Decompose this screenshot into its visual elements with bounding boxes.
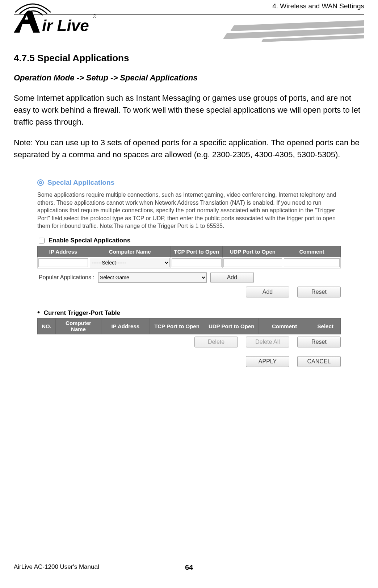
th-no: NO. bbox=[38, 318, 56, 334]
section-heading: 4.7.5 Special Applications bbox=[14, 53, 364, 64]
section-paragraph: Some Internet application such as Instan… bbox=[14, 92, 364, 128]
panel-title: Special Applications bbox=[47, 179, 114, 187]
th-comment: Comment bbox=[283, 246, 340, 257]
ui-screenshot-panel: Special Applications Some applications r… bbox=[37, 179, 341, 367]
panel-description: Some applications require multiple conne… bbox=[37, 191, 341, 230]
tcp-input[interactable] bbox=[172, 258, 221, 267]
target-icon bbox=[37, 179, 44, 186]
udp-input[interactable] bbox=[223, 258, 282, 267]
popular-select[interactable]: Select Game bbox=[98, 272, 207, 283]
ip-input[interactable] bbox=[38, 258, 88, 267]
popular-apps-row: Popular Applications : Select Game Add bbox=[37, 272, 341, 283]
computer-select[interactable]: ------Select------ bbox=[90, 258, 170, 267]
trigger-button-row: Delete Delete All Reset bbox=[37, 337, 341, 347]
add-reset-row: Add Reset bbox=[37, 287, 341, 297]
enable-checkbox-row: Enable Special Applications bbox=[37, 237, 341, 245]
apply-cancel-row: APPLY CANCEL bbox=[37, 356, 341, 367]
chapter-title: 4. Wireless and WAN Settings bbox=[272, 2, 364, 10]
th-computer: Computer Name bbox=[89, 246, 171, 257]
add-button[interactable]: Add bbox=[246, 287, 289, 297]
airlive-logo: ir Live ® bbox=[7, 0, 98, 38]
comment-input[interactable] bbox=[284, 258, 340, 267]
enable-label: Enable Special Applications bbox=[49, 237, 130, 244]
page-content: 4.7.5 Special Applications Operation Mod… bbox=[14, 40, 364, 367]
footer-spacer bbox=[362, 563, 364, 571]
th-udp: UDP Port to Open bbox=[222, 246, 283, 257]
svg-text:ir Live: ir Live bbox=[42, 17, 89, 34]
bullet-icon: • bbox=[37, 308, 40, 316]
popular-add-button[interactable]: Add bbox=[210, 272, 254, 283]
delete-button[interactable]: Delete bbox=[194, 337, 238, 347]
page-footer: AirLive AC-1200 User's Manual 64 bbox=[14, 561, 364, 571]
page-number: 64 bbox=[185, 563, 193, 572]
svg-text:®: ® bbox=[93, 13, 97, 19]
panel-title-row: Special Applications bbox=[37, 179, 341, 187]
apply-button[interactable]: APPLY bbox=[246, 356, 289, 367]
navigation-path: Operation Mode -> Setup -> Special Appli… bbox=[14, 73, 364, 83]
trigger-table-heading: • Current Trigger-Port Table bbox=[37, 308, 341, 317]
delete-all-button[interactable]: Delete All bbox=[246, 337, 289, 347]
section-note: Note: You can use up to 3 sets of opened… bbox=[14, 137, 364, 160]
th-tcp: TCP Port to Open bbox=[171, 246, 222, 257]
trigger-title: Current Trigger-Port Table bbox=[44, 309, 120, 316]
enable-checkbox[interactable] bbox=[39, 238, 45, 243]
special-apps-table: IP Address Computer Name TCP Port to Ope… bbox=[37, 246, 341, 268]
th-ip: IP Address bbox=[38, 246, 89, 257]
th-tudp: UDP Port to Open bbox=[204, 318, 259, 334]
header-swoosh-decoration bbox=[209, 20, 364, 38]
th-ttcp: TCP Port to Open bbox=[150, 318, 204, 334]
footer-manual: AirLive AC-1200 User's Manual bbox=[14, 563, 99, 571]
page-header: 4. Wireless and WAN Settings ir Live ® bbox=[14, 0, 364, 40]
th-tcomputer: Computer Name bbox=[56, 318, 101, 334]
th-tselect: Select bbox=[310, 318, 341, 334]
popular-label: Popular Applications : bbox=[39, 274, 94, 281]
table-row: ------Select------ bbox=[38, 257, 341, 268]
th-tip: IP Address bbox=[101, 318, 150, 334]
reset-button[interactable]: Reset bbox=[297, 287, 341, 297]
cancel-button[interactable]: CANCEL bbox=[297, 356, 341, 367]
trigger-table: NO. Computer Name IP Address TCP Port to… bbox=[37, 318, 341, 334]
th-tcomment: Comment bbox=[259, 318, 310, 334]
trigger-reset-button[interactable]: Reset bbox=[297, 337, 341, 347]
